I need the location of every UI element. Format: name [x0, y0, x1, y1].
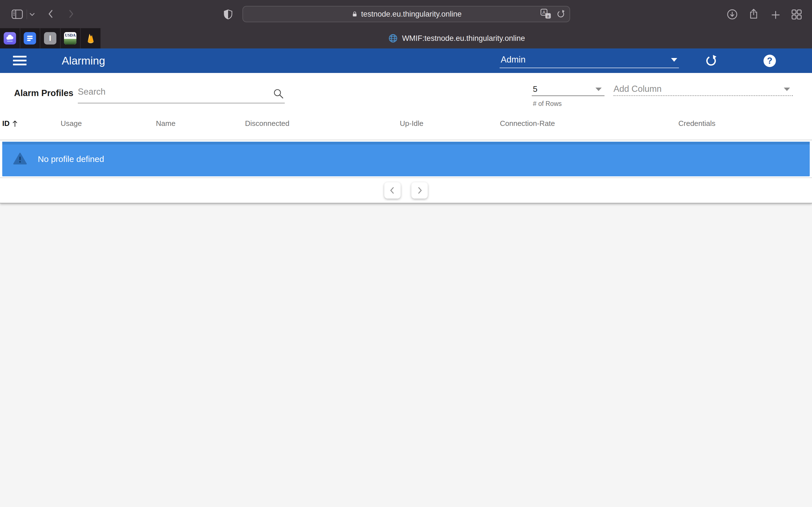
pinned-tab-docs[interactable]: [20, 28, 41, 48]
svg-text:A: A: [543, 10, 546, 15]
column-header-disconnected[interactable]: Disconnected: [245, 119, 290, 128]
rows-per-page-caption: # of Rows: [533, 100, 562, 108]
empty-state-banner: No profile defined: [2, 142, 810, 176]
svg-text:a: a: [547, 13, 550, 18]
column-label: Connection-Rate: [500, 119, 555, 128]
reload-icon[interactable]: [556, 9, 566, 19]
column-label: Up-Idle: [400, 119, 423, 128]
search-field: [78, 81, 285, 103]
column-header-name[interactable]: Name: [156, 119, 175, 128]
pinned-tab-usda[interactable]: USDA: [61, 28, 81, 48]
chevron-down-icon: [671, 58, 677, 62]
forward-button[interactable]: [66, 8, 76, 20]
sidebar-toggle-icon[interactable]: [11, 8, 24, 20]
chevron-right-icon: [414, 185, 425, 196]
chevron-down-icon: [784, 88, 790, 91]
column-label: Name: [156, 119, 175, 128]
info-letter: I: [49, 34, 51, 43]
rows-per-page-select[interactable]: 5: [532, 83, 605, 96]
globe-icon: [388, 33, 398, 43]
next-page-button[interactable]: [411, 182, 428, 199]
pinned-tab-cloud[interactable]: [0, 28, 20, 48]
question-mark-icon: ?: [763, 55, 776, 67]
banner-top-strip: [2, 142, 810, 145]
help-button[interactable]: ?: [763, 54, 776, 68]
address-bar[interactable]: testnode.eu.thingularity.online A a: [243, 6, 570, 22]
search-icon[interactable]: [272, 88, 285, 101]
share-icon[interactable]: [748, 7, 760, 20]
previous-page-button[interactable]: [384, 182, 401, 199]
lock-icon: [351, 10, 358, 18]
chevron-down-icon: [596, 88, 602, 91]
banner-bottom-divider: [0, 177, 812, 178]
column-header-credentials[interactable]: Credentials: [678, 119, 716, 128]
user-menu-select[interactable]: Admin: [500, 53, 679, 68]
menu-icon[interactable]: [13, 55, 27, 66]
translate-icon[interactable]: A a: [540, 8, 552, 20]
downloads-icon[interactable]: [726, 8, 738, 20]
search-input[interactable]: [78, 81, 261, 103]
sort-ascending-icon: [11, 119, 18, 128]
app-bar: Alarming Admin ?: [0, 48, 812, 73]
alarm-profiles-card: Alarm Profiles 5 # of Rows Add Column ID…: [0, 73, 812, 203]
column-header-id[interactable]: ID: [2, 119, 18, 128]
rows-per-page-value: 5: [532, 83, 605, 94]
usda-field-graphic: [64, 39, 77, 45]
column-label: Usage: [61, 119, 82, 128]
firebase-flame-icon: [84, 32, 97, 45]
cloud-app-icon: [4, 32, 16, 45]
usda-label: USDA: [65, 32, 75, 39]
url-text: testnode.eu.thingularity.online: [361, 10, 462, 18]
sidebar-chevron-down-icon[interactable]: [29, 12, 36, 17]
info-letter-icon: I: [44, 32, 56, 45]
privacy-shield-icon[interactable]: [223, 8, 234, 21]
back-button[interactable]: [46, 8, 56, 20]
pinned-tab-firebase[interactable]: [81, 28, 101, 48]
column-header-connection-rate[interactable]: Connection-Rate: [500, 119, 555, 128]
table-header: ID Usage Name Disconnected Up-Idle Conne…: [0, 116, 812, 133]
pinned-tab-info[interactable]: I: [40, 28, 61, 48]
usda-icon: USDA: [64, 32, 77, 45]
empty-state-message: No profile defined: [38, 154, 104, 164]
warning-icon: [13, 152, 27, 166]
column-header-up-idle[interactable]: Up-Idle: [400, 119, 423, 128]
tab-bar: I USDA WMIF:testnode.eu.thingularity.onl…: [0, 28, 812, 48]
browser-toolbar: testnode.eu.thingularity.online A a: [0, 0, 812, 28]
active-tab-title: WMIF:testnode.eu.thingularity.online: [402, 34, 525, 43]
section-title: Alarm Profiles: [14, 88, 73, 98]
refresh-button[interactable]: [704, 54, 718, 68]
user-menu-value: Admin: [500, 53, 679, 66]
toolbar-divider: [27, 10, 27, 19]
table-top-divider: [0, 140, 812, 140]
chevron-left-icon: [387, 185, 398, 196]
document-list-icon: [24, 32, 36, 45]
new-tab-icon[interactable]: [770, 10, 781, 20]
column-label: Disconnected: [245, 119, 290, 128]
column-header-usage[interactable]: Usage: [61, 119, 82, 128]
active-tab[interactable]: WMIF:testnode.eu.thingularity.online: [101, 28, 812, 48]
column-label: ID: [2, 119, 10, 128]
add-column-placeholder: Add Column: [613, 83, 793, 94]
add-column-select[interactable]: Add Column: [613, 83, 793, 96]
column-label: Credentials: [678, 119, 716, 128]
page-title: Alarming: [62, 48, 105, 73]
tab-overview-icon[interactable]: [791, 8, 802, 20]
